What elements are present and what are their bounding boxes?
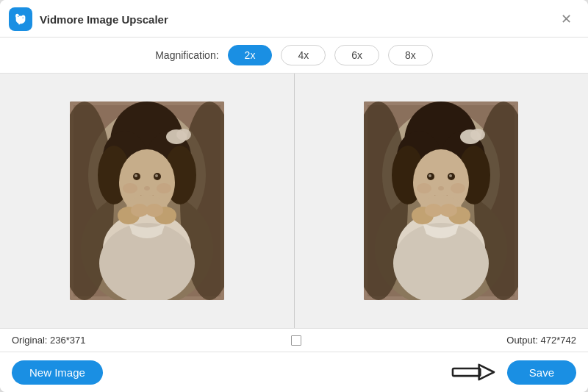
app-icon: [9, 7, 32, 31]
mag-2x-button[interactable]: 2x: [228, 45, 273, 65]
original-photo: [70, 101, 224, 300]
upscaled-image-panel: [295, 74, 589, 328]
bottom-bar: New Image Save: [0, 352, 588, 392]
elephant-icon: [12, 11, 29, 27]
title-left: Vidmore Image Upscaler: [9, 7, 168, 31]
output-dimensions: Output: 472*742: [506, 335, 576, 346]
magnification-bar: Magnification: 2x 4x 6x 8x: [0, 38, 588, 74]
svg-rect-66: [364, 101, 518, 300]
preview-checkbox[interactable]: [291, 335, 301, 346]
close-button[interactable]: ✕: [556, 11, 576, 27]
arrow-right-icon: [451, 360, 495, 385]
original-photo-container: [70, 101, 224, 300]
title-bar: Vidmore Image Upscaler ✕: [0, 0, 588, 38]
mag-6x-button[interactable]: 6x: [334, 45, 379, 65]
mag-8x-button[interactable]: 8x: [388, 45, 433, 65]
svg-point-3: [15, 14, 19, 18]
svg-rect-67: [453, 368, 480, 376]
svg-rect-36: [70, 101, 224, 300]
app-window: Vidmore Image Upscaler ✕ Magnification: …: [0, 0, 588, 392]
svg-point-5: [18, 16, 18, 17]
status-bar: Original: 236*371 Output: 472*742: [0, 328, 588, 352]
save-button[interactable]: Save: [507, 360, 576, 385]
new-image-button[interactable]: New Image: [12, 360, 103, 385]
original-dimensions: Original: 236*371: [12, 335, 85, 346]
svg-point-6: [22, 17, 23, 18]
magnification-label: Magnification:: [155, 49, 218, 61]
app-title: Vidmore Image Upscaler: [40, 13, 168, 26]
svg-rect-4: [18, 22, 20, 25]
upscaled-photo-container: [364, 101, 518, 300]
upscaled-photo: [364, 101, 518, 300]
image-area: [0, 74, 588, 328]
svg-marker-68: [478, 365, 493, 379]
mag-4x-button[interactable]: 4x: [281, 45, 326, 65]
right-actions: Save: [451, 360, 576, 385]
original-image-panel: [0, 74, 295, 328]
